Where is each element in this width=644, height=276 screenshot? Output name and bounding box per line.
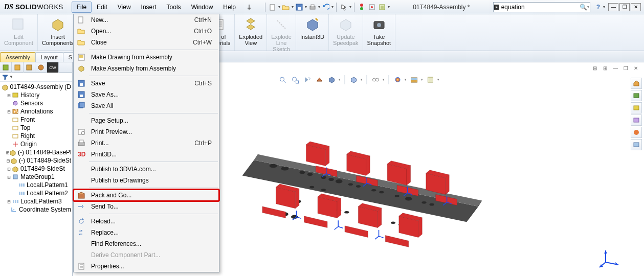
maximize-button[interactable]: ❐ (619, 3, 630, 11)
tree-hist-icon (12, 91, 19, 99)
qat-print-icon[interactable] (308, 3, 317, 12)
menu-item-print3d[interactable]: 3DPrint3D... (74, 149, 219, 160)
menu-item-open[interactable]: Open...Ctrl+O (74, 26, 219, 37)
menu-item-publish-to-3dvia-com[interactable]: Publish to 3DVIA.com... (74, 164, 219, 175)
tree-twisty[interactable]: ⊞ (6, 174, 12, 180)
minimize-button[interactable]: — (608, 3, 618, 11)
menu-item-make-drawing-from-assembly[interactable]: Make Drawing from Assembly (74, 52, 219, 63)
tree-node[interactable]: LocalLPattern1 (0, 181, 72, 189)
ribbon-label: EditComponent (4, 34, 33, 46)
panel-tab-property-icon[interactable] (12, 62, 24, 73)
vp-maximize-icon[interactable]: ❐ (621, 64, 630, 72)
tree-node[interactable]: Origin (0, 140, 72, 148)
qat-traffic-icon[interactable] (357, 3, 366, 12)
qat-save-icon[interactable] (295, 3, 304, 12)
vp-tile1-icon[interactable]: ⊞ (591, 64, 599, 72)
tree-node[interactable]: ⊞AAnnotations (0, 107, 72, 116)
panel-tab-config-icon[interactable] (24, 62, 35, 73)
tree-twisty[interactable]: ⊞ (6, 199, 12, 204)
menu-item-save-as[interactable]: Save As... (74, 89, 219, 100)
vp-minimize-icon[interactable]: — (611, 64, 619, 72)
view-triad[interactable] (598, 244, 624, 270)
tree-node[interactable]: ⊞LocalLPattern3 (0, 197, 72, 205)
menu-item-label: Save As... (90, 91, 212, 98)
qat-select-icon[interactable] (339, 3, 348, 12)
tree-patt-icon (18, 181, 25, 189)
menu-edit[interactable]: Edit (92, 2, 113, 13)
tree-twisty[interactable]: ⊞ (6, 93, 12, 98)
menu-item-make-assembly-from-assembly[interactable]: Make Assembly from Assembly (74, 63, 219, 74)
vp-close-icon[interactable]: ✕ (632, 64, 640, 72)
qat-new-icon[interactable] (268, 3, 277, 12)
menu-item-replace[interactable]: Replace... (74, 227, 219, 238)
tree-node[interactable]: Coordinate System (0, 205, 72, 214)
menu-item-label: Print... (90, 140, 194, 147)
tab-assembly[interactable]: Assembly (0, 52, 36, 62)
tree-node[interactable]: ⊞(-) 01T4849-BasePl (0, 148, 72, 156)
qat-rebuild-icon[interactable] (367, 3, 376, 12)
menu-help[interactable]: Help (218, 2, 241, 13)
menu-item-pack-and-go[interactable]: Pack and Go... (74, 190, 219, 201)
tree-node[interactable]: Sensors (0, 99, 72, 107)
vp-tile2-icon[interactable]: ⊞ (601, 64, 609, 72)
menu-tools[interactable]: Tools (162, 2, 186, 13)
tree-node[interactable]: ⊞01T4849-SideSt (0, 165, 72, 173)
ribbon-insert-components[interactable]: InsertComponents (38, 14, 78, 51)
menu-item-save-all[interactable]: Save All (74, 100, 219, 111)
instant3d-icon (304, 16, 321, 33)
menu-view[interactable]: View (113, 2, 136, 13)
menu-item-reload[interactable]: Reload... (74, 216, 219, 227)
tab-layout[interactable]: Layout (35, 52, 63, 62)
svg-marker-101 (295, 189, 299, 209)
tree-node[interactable]: ⊞MateGroup1 (0, 173, 72, 181)
qat-undo-icon[interactable] (321, 3, 330, 12)
tree-node[interactable]: 01T4849-Assembly (D (0, 83, 72, 91)
panel-tab-display-icon[interactable]: CW (47, 62, 59, 73)
menu-item-send-to[interactable]: Send To... (74, 201, 219, 212)
tree-label: Top (20, 124, 30, 131)
ribbon-snapshot[interactable]: TakeSnapshot (363, 14, 395, 51)
logo-ds: DS (4, 3, 13, 11)
search-input[interactable] (500, 4, 580, 11)
menu-item-print-preview[interactable]: Print Preview... (74, 126, 219, 137)
qat-open-icon[interactable] (281, 3, 291, 12)
menu-file[interactable]: File (72, 2, 92, 13)
tree-node[interactable]: LocalLPattern2 (0, 189, 72, 197)
panel-tab-dimxpert-icon[interactable] (35, 62, 47, 73)
search-box[interactable]: 🔍 ▾ (493, 2, 590, 12)
svg-point-57 (281, 167, 288, 171)
search-icon[interactable]: 🔍 (580, 4, 587, 11)
menu-item-shortcut: Ctrl+S (194, 80, 217, 87)
tree-label: (-) 01T4849-BasePl (18, 149, 72, 156)
close-button[interactable]: ✕ (631, 3, 641, 11)
menu-item-save[interactable]: SaveCtrl+S (74, 78, 219, 89)
tree-node[interactable]: Right (0, 132, 72, 140)
menu-item-find-references[interactable]: Find References... (74, 238, 219, 249)
help-icon[interactable]: ? (593, 4, 603, 11)
panel-tab-feature-tree-icon[interactable] (0, 62, 12, 73)
filter-dropdown[interactable]: ▼ (9, 75, 13, 79)
ribbon-instant3d[interactable]: Instant3D (296, 14, 329, 51)
tree-node[interactable]: ⊞History (0, 91, 72, 99)
menu-window[interactable]: Window (186, 2, 218, 13)
tree-twisty[interactable]: ⊞ (6, 109, 12, 114)
ribbon-exploded-view[interactable]: ExplodedView (235, 14, 267, 51)
search-run-icon[interactable] (494, 4, 500, 10)
menu-insert[interactable]: Insert (136, 2, 162, 13)
tree-node[interactable]: Top (0, 124, 72, 132)
menu-item-publish-to-edrawings[interactable]: Publish to eDrawings (74, 175, 219, 186)
menu-item-close[interactable]: CloseCtrl+W (74, 37, 219, 48)
qat-options-icon[interactable] (377, 3, 387, 12)
menu-pin-icon[interactable] (241, 2, 257, 12)
tree-node[interactable]: ⊞(-) 01T4849-SideSt (0, 156, 72, 165)
props-icon (76, 262, 87, 271)
tree-node[interactable]: Front (0, 116, 72, 124)
tree-twisty[interactable]: ⊞ (6, 158, 10, 164)
menu-item-new[interactable]: New...Ctrl+N (74, 14, 219, 26)
menu-item-label: Pack and Go... (90, 192, 212, 199)
menu-item-page-setup[interactable]: Page Setup... (74, 115, 219, 126)
menu-item-properties[interactable]: Properties... (74, 261, 219, 272)
menu-item-print[interactable]: Print...Ctrl+P (74, 137, 219, 149)
tree-twisty[interactable]: ⊞ (6, 166, 12, 172)
filter-row[interactable]: ▼ (0, 73, 72, 82)
